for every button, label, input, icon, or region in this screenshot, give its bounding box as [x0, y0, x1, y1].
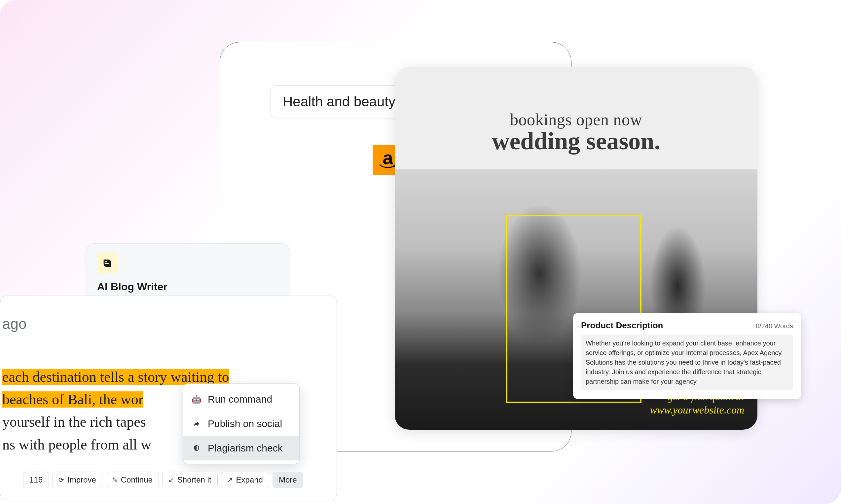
editor-toolbar: 116 ⟳ Improve ✎ Continue ↙ Shorten it ↗ …: [23, 472, 303, 488]
robot-icon: 🤖: [192, 395, 201, 404]
context-menu: 🤖 Run command Publish on social Plagiari…: [183, 383, 300, 464]
compress-icon: ↙: [168, 476, 174, 484]
expand-label: Expand: [236, 475, 263, 485]
word-count-chip[interactable]: 116: [23, 472, 49, 488]
word-count: 116: [30, 475, 42, 485]
menu-plagiarism-check[interactable]: Plagiarism check: [183, 436, 299, 461]
pd-body[interactable]: Whether you're looking to expand your cl…: [581, 335, 793, 390]
pd-word-count: 0/240 Words: [756, 322, 793, 330]
more-button[interactable]: More: [272, 472, 303, 488]
design-title: wedding season.: [395, 127, 757, 155]
refresh-icon: ⟳: [58, 476, 64, 484]
design-header: bookings open now wedding season.: [395, 67, 757, 155]
editor-line1-hl2: story waiting to: [138, 369, 229, 385]
pen-icon: ✎: [112, 476, 118, 484]
menu-label: Run command: [208, 394, 272, 405]
share-icon: [192, 420, 201, 427]
time-ago: ago: [0, 316, 337, 332]
continue-button[interactable]: ✎ Continue: [106, 472, 159, 488]
editor-line3: yourself in the rich tapes: [2, 414, 146, 430]
improve-label: Improve: [67, 475, 96, 485]
improve-button[interactable]: ⟳ Improve: [52, 472, 102, 488]
blog-icon: [97, 253, 118, 273]
editor-line2-hl: beaches of Bali, the wor: [2, 391, 143, 408]
amazon-letter: a: [382, 151, 393, 164]
menu-label: Plagiarism check: [208, 443, 283, 454]
shield-icon: [192, 445, 201, 452]
continue-label: Continue: [121, 475, 153, 485]
pd-title: Product Description: [581, 320, 663, 330]
amazon-smile-icon: [379, 164, 396, 168]
shorten-label: Shorten it: [177, 475, 211, 485]
editor-line4: ns with people from all w: [2, 437, 151, 453]
menu-publish-social[interactable]: Publish on social: [183, 412, 299, 436]
design-subtitle: bookings open now: [395, 110, 757, 129]
menu-label: Publish on social: [208, 418, 282, 429]
more-label: More: [279, 475, 297, 485]
blog-card-title: AI Blog Writer: [97, 281, 279, 293]
shorten-button[interactable]: ↙ Shorten it: [162, 472, 218, 488]
cta-line2: www.yourwebsite.com: [650, 403, 744, 416]
expand-button[interactable]: ↗ Expand: [221, 472, 269, 488]
menu-run-command[interactable]: 🤖 Run command: [183, 387, 299, 412]
editor-line1-hl1: each destination tells a: [2, 369, 138, 385]
product-description-popover: Product Description 0/240 Words Whether …: [573, 313, 801, 399]
expand-icon: ↗: [227, 476, 233, 484]
